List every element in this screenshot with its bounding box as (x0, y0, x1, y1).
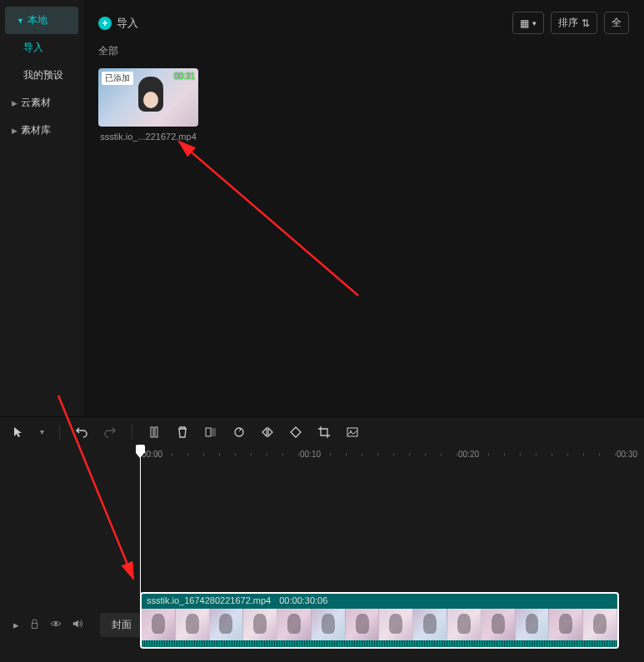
svg-rect-0 (151, 427, 153, 437)
sidebar-item-library[interactable]: ▶ 素材库 (0, 117, 83, 144)
svg-rect-2 (206, 428, 211, 436)
sidebar-label: 我的预设 (23, 68, 63, 82)
svg-rect-1 (155, 427, 157, 437)
sidebar-item-local[interactable]: ▼ 本地 (5, 7, 78, 34)
clip-waveform (142, 640, 617, 647)
sort-icon: ⇅ (582, 17, 590, 29)
media-item[interactable]: 已添加 00:31 ssstik.io_...221672.mp4 (98, 68, 198, 142)
image-icon[interactable] (346, 426, 359, 439)
svg-point-8 (54, 622, 57, 625)
clip-frames (142, 609, 617, 642)
all-button[interactable]: 全 (604, 12, 629, 34)
timeline-ruler[interactable]: 00:00 00:10 00:20 00:30 (140, 446, 644, 463)
sidebar-label: 本地 (27, 13, 47, 27)
svg-rect-7 (32, 623, 37, 628)
clip-duration: 00:00:30:06 (279, 595, 327, 605)
sidebar-label: 素材库 (21, 123, 51, 137)
ruler-tick: 00:30 (617, 450, 637, 459)
media-filename: ssstik.io_...221672.mp4 (98, 132, 198, 142)
delete-icon[interactable] (176, 426, 189, 439)
import-label: 导入 (117, 16, 138, 31)
speaker-icon[interactable] (72, 618, 83, 632)
ruler-tick: 00:10 (300, 450, 321, 459)
rotate-icon[interactable] (289, 426, 302, 439)
eye-icon[interactable] (50, 618, 62, 632)
clip-filename: ssstik.io_1674280221672.mp4 (147, 595, 271, 605)
sort-label: 排序 (558, 16, 578, 30)
ruler-tick: 00:20 (458, 450, 479, 459)
pointer-tool-icon[interactable] (12, 426, 25, 439)
undo-icon[interactable] (75, 426, 88, 439)
duration-badge: 00:31 (174, 72, 195, 81)
timeline-clip[interactable]: ssstik.io_1674280221672.mp4 00:00:30:06 (140, 592, 619, 649)
view-mode-button[interactable]: ▦ ▾ (512, 12, 544, 34)
crop-left-icon[interactable] (204, 426, 217, 439)
divider (59, 425, 60, 440)
chevron-down-icon: ▾ (532, 19, 537, 27)
grid-icon: ▦ (520, 17, 529, 29)
divider (132, 425, 132, 440)
lock-icon[interactable] (29, 619, 40, 632)
all-label: 全 (612, 16, 622, 30)
cover-button[interactable]: 封面 (100, 613, 143, 637)
sidebar-label: 云素材 (21, 96, 51, 110)
mirror-icon[interactable] (261, 426, 274, 439)
sidebar-item-presets[interactable]: 我的预设 (0, 62, 83, 89)
track-toggle-icon[interactable]: ▸ (13, 619, 19, 631)
split-icon[interactable] (147, 426, 161, 439)
caret-right-icon: ▶ (12, 99, 17, 107)
sort-button[interactable]: 排序 ⇅ (551, 12, 597, 34)
redo-icon[interactable] (103, 426, 117, 439)
caret-down-icon: ▼ (17, 17, 24, 25)
added-badge: 已添加 (102, 72, 133, 85)
playhead[interactable] (140, 446, 141, 646)
reverse-icon[interactable] (232, 426, 246, 439)
sidebar-item-cloud[interactable]: ▶ 云素材 (0, 89, 83, 117)
category-label: 全部 (98, 44, 629, 58)
import-button[interactable]: + 导入 (98, 16, 138, 31)
sidebar-item-import[interactable]: 导入 (0, 34, 83, 62)
plus-icon: + (98, 17, 112, 30)
media-thumbnail[interactable]: 已添加 00:31 (98, 68, 198, 127)
svg-point-4 (235, 428, 243, 436)
svg-rect-3 (212, 428, 216, 436)
chevron-down-icon[interactable]: ▾ (40, 427, 44, 436)
crop-icon[interactable] (317, 426, 331, 439)
sidebar-label: 导入 (23, 41, 43, 55)
caret-right-icon: ▶ (12, 127, 17, 135)
